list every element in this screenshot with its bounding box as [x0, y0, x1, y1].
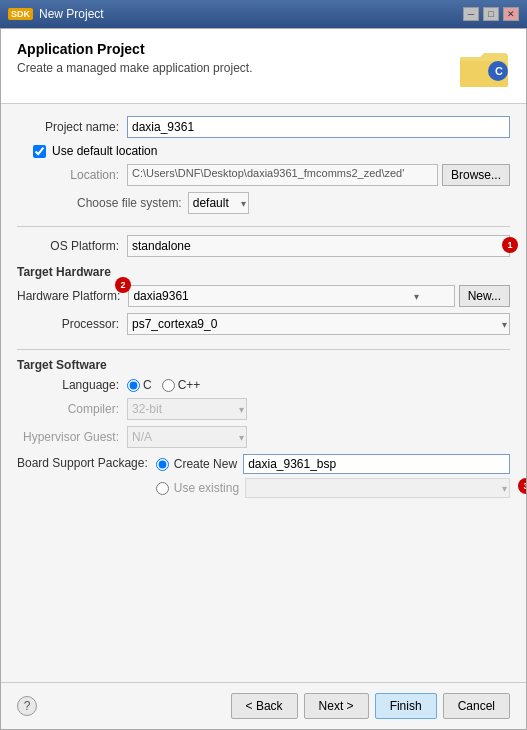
hardware-platform-label: Hardware Platform: — [17, 289, 128, 303]
location-row: Location: C:\Users\DNF\Desktop\daxia9361… — [17, 164, 510, 186]
language-c-label[interactable]: C — [127, 378, 152, 392]
finish-button[interactable]: Finish — [375, 693, 437, 719]
bsp-existing-select-wrapper — [245, 478, 510, 498]
project-name-input[interactable] — [127, 116, 510, 138]
filesystem-select-wrapper: default — [188, 192, 249, 214]
bsp-use-existing-radio[interactable] — [156, 482, 169, 495]
project-name-label: Project name: — [17, 120, 127, 134]
back-button[interactable]: < Back — [231, 693, 298, 719]
processor-row: Processor: ps7_cortexa9_0 ▾ — [17, 313, 510, 335]
annotation-badge-3: 3 — [518, 478, 526, 494]
form-body: Project name: Use default location Locat… — [1, 104, 526, 682]
annotation-badge-2: 2 — [115, 277, 131, 293]
separator-2 — [17, 349, 510, 350]
compiler-select[interactable]: 32-bit — [127, 398, 247, 420]
sdk-logo: SDK — [8, 8, 33, 20]
filesystem-select[interactable]: default — [188, 192, 249, 214]
language-cpp-label[interactable]: C++ — [162, 378, 201, 392]
processor-select-wrapper: ps7_cortexa9_0 ▾ — [127, 313, 510, 335]
dialog-title: Application Project — [17, 41, 252, 57]
annotation-badge-1: 1 — [502, 237, 518, 253]
help-button[interactable]: ? — [17, 696, 37, 716]
project-name-row: Project name: — [17, 116, 510, 138]
os-platform-label: OS Platform: — [17, 239, 127, 253]
separator-1 — [17, 226, 510, 227]
use-default-location-label: Use default location — [52, 144, 157, 158]
bsp-create-new-row: Create New 3 — [156, 454, 510, 474]
browse-button[interactable]: Browse... — [442, 164, 510, 186]
filesystem-label: Choose file system: — [77, 196, 182, 210]
maximize-button[interactable]: □ — [483, 7, 499, 21]
new-hardware-button[interactable]: New... — [459, 285, 510, 307]
window-title: New Project — [39, 7, 463, 21]
compiler-select-wrapper: 32-bit ▾ — [127, 398, 247, 420]
language-c-radio[interactable] — [127, 379, 140, 392]
os-platform-row: OS Platform: standalone 1 — [17, 235, 510, 257]
dialog-header: Application Project Create a managed mak… — [1, 29, 526, 104]
bsp-label: Board Support Package: — [17, 454, 156, 470]
target-software-title: Target Software — [17, 358, 510, 372]
processor-label: Processor: — [17, 317, 127, 331]
cancel-button[interactable]: Cancel — [443, 693, 510, 719]
svg-text:C: C — [495, 65, 503, 77]
hardware-platform-select[interactable]: daxia9361 — [128, 285, 454, 307]
header-text: Application Project Create a managed mak… — [17, 41, 252, 75]
bsp-create-new-radio[interactable] — [156, 458, 169, 471]
compiler-row: Compiler: 32-bit ▾ — [17, 398, 510, 420]
language-c-text: C — [143, 378, 152, 392]
language-cpp-radio[interactable] — [162, 379, 175, 392]
language-label: Language: — [17, 378, 127, 392]
location-value: C:\Users\DNF\Desktop\daxia9361_fmcomms2_… — [127, 164, 438, 186]
next-button[interactable]: Next > — [304, 693, 369, 719]
folder-c-icon: C — [458, 41, 510, 93]
bsp-row: Board Support Package: Create New 3 Use … — [17, 454, 510, 498]
bsp-name-input[interactable] — [243, 454, 510, 474]
use-default-location-checkbox[interactable] — [33, 145, 46, 158]
hypervisor-select[interactable]: N/A — [127, 426, 247, 448]
bsp-use-existing-row: Use existing — [156, 478, 510, 498]
bsp-use-existing-label: Use existing — [174, 481, 239, 495]
processor-select[interactable]: ps7_cortexa9_0 — [127, 313, 510, 335]
target-hardware-title: Target Hardware — [17, 265, 510, 279]
language-cpp-text: C++ — [178, 378, 201, 392]
compiler-label: Compiler: — [17, 402, 127, 416]
language-row: Language: C C++ — [17, 378, 510, 392]
target-software-section: Target Software Language: C C++ Com — [17, 358, 510, 498]
bsp-options: Create New 3 Use existing — [156, 454, 510, 498]
os-platform-select-wrapper: standalone — [127, 235, 510, 257]
title-bar: SDK New Project ─ □ ✕ — [0, 0, 527, 28]
os-platform-select[interactable]: standalone — [127, 235, 510, 257]
bsp-create-new-label: Create New — [174, 457, 237, 471]
location-label: Location: — [17, 168, 127, 182]
dialog-subtitle: Create a managed make application projec… — [17, 61, 252, 75]
header-icon: C — [458, 41, 510, 93]
hypervisor-select-wrapper: N/A ▾ — [127, 426, 247, 448]
footer-buttons: < Back Next > Finish Cancel — [231, 693, 510, 719]
window-controls: ─ □ ✕ — [463, 7, 519, 21]
hypervisor-row: Hypervisor Guest: N/A ▾ — [17, 426, 510, 448]
hypervisor-label: Hypervisor Guest: — [17, 430, 127, 444]
use-default-location-row: Use default location — [17, 144, 510, 158]
bsp-existing-select[interactable] — [245, 478, 510, 498]
dialog-footer: ? < Back Next > Finish Cancel — [1, 682, 526, 729]
dialog: Application Project Create a managed mak… — [0, 28, 527, 730]
language-radio-group: C C++ — [127, 378, 200, 392]
hardware-platform-row: Hardware Platform: daxia9361 New... 2 — [17, 285, 510, 307]
close-button[interactable]: ✕ — [503, 7, 519, 21]
hw-platform-select-wrapper: daxia9361 — [128, 285, 454, 307]
filesystem-row: Choose file system: default — [17, 192, 510, 214]
minimize-button[interactable]: ─ — [463, 7, 479, 21]
os-platform-section: OS Platform: standalone 1 — [17, 235, 510, 257]
